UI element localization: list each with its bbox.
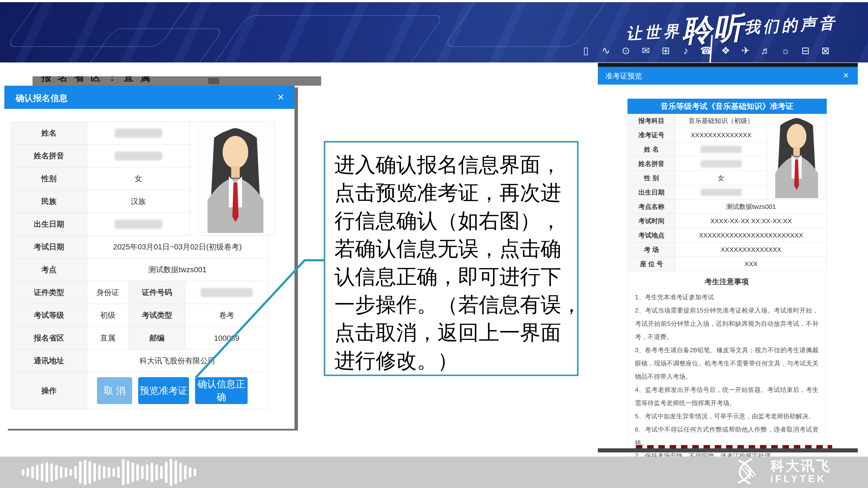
waveform-bar (27, 468, 29, 477)
waveform-bar (155, 464, 158, 480)
applicant-photo (767, 114, 827, 200)
table-row: 考试等级初级考试类型卷考 (11, 304, 268, 327)
background-dialog-fragment: 报名省区：直属 (33, 76, 321, 86)
table-row: 考试地点XXXXXXXXXXXXXXXXXXXXXXXX (627, 228, 827, 243)
chat-icon: ❖ (720, 45, 731, 56)
brand-name-cn: 科大讯飞 (770, 459, 831, 473)
table-row: 考试时间XXXX-XX-XX XX:XX-XX:XX (627, 214, 827, 228)
row-label: 姓名拼音 (11, 145, 87, 167)
notice-item: 5、考试中如发生异常情况，可举手示意，由监考老师协助解决。 (635, 410, 818, 423)
row-label: 证件类型 (11, 281, 87, 304)
waveform-bar (89, 461, 91, 484)
brand-name-en: iFLYTEK (770, 474, 831, 484)
instruction-line: 行信息确认（如右图）， (334, 207, 570, 235)
waveform-bar (131, 462, 134, 482)
modal-title: 确认报名信息 (16, 92, 68, 104)
row-label: 考试时间 (627, 214, 676, 228)
applicant-photo (196, 122, 275, 236)
ticket-header: 音乐等级考试《音乐基础知识》准考证 (627, 99, 827, 114)
waveform-bar (93, 463, 96, 482)
row-value (87, 213, 190, 236)
clipped-red-text (636, 445, 832, 448)
row-value: 身份证 (87, 281, 129, 304)
row-value: 汉族 (87, 190, 190, 213)
waveform-bar (107, 467, 110, 478)
instruction-line: 一步操作。（若信息有误， (334, 291, 570, 319)
waveform-bar (141, 466, 144, 479)
redacted-value (115, 129, 162, 138)
preview-ticket-button[interactable]: 预览准考证 (138, 377, 189, 404)
confirm-registration-modal: 确认报名信息 × 姓名姓名拼音性别女民族汉族出生日期考试日期2025年03月01… (4, 86, 294, 429)
redacted-value (115, 220, 162, 229)
notice-item: 2、考试当场需要提前15分钟凭准考证检录入场。考试准时开始，考试开始前5分钟禁止… (635, 304, 818, 344)
row-label: 座 位 号 (627, 257, 676, 271)
row-label: 准考证号 (627, 128, 676, 142)
table-row: 报名省区直属邮编100089 (11, 327, 268, 350)
row-label: 民族 (11, 190, 87, 213)
row-value (676, 186, 767, 200)
instruction-line: 点击预览准考证，再次进 (334, 179, 570, 207)
cancel-button[interactable]: 取 消 (97, 377, 132, 404)
row-value: XXXXXXXXXXXXXX (676, 128, 767, 142)
music-note-icon: ♪ (680, 45, 691, 56)
table-row: 考点测试数据twzs001 (11, 259, 268, 281)
page: 让世界聆听我们的声音 ▯∿⊙✉⊞♪☎❖✈♬☼⊟⊠ 报名省区：直属 确认报名信息 … (0, 0, 868, 488)
redacted-value (201, 288, 253, 297)
row-label: 考试日期 (11, 236, 87, 259)
row-value: 直属 (87, 327, 129, 350)
waveform-bar (74, 466, 77, 479)
redacted-value (115, 152, 162, 161)
row-label: 姓名 (11, 122, 87, 145)
microphone-icon: ♬ (760, 45, 771, 56)
row-value: 初级 (87, 304, 129, 327)
tv-icon: ⊞ (660, 45, 672, 56)
footer: 科大讯飞 iFLYTEK (0, 457, 868, 488)
row-label: 通讯地址 (11, 350, 87, 372)
table-row: 座 位 号XXX (627, 257, 827, 271)
voice-waveform-logo (22, 457, 196, 488)
table-row: 考试日期2025年03月01日~03月02日(初级卷考) (11, 236, 268, 259)
waveform-bar (127, 461, 129, 484)
waveform-bar (165, 461, 167, 483)
row-value: XXXXXXXXXXXXXX (676, 243, 827, 257)
waveform-bar (136, 464, 139, 481)
row-label: 考 场 (627, 243, 676, 257)
waveform-bar (113, 468, 115, 477)
row-value: XXXX-XX-XX XX:XX-XX:XX (676, 214, 827, 228)
registration-table: 姓名姓名拼音性别女民族汉族出生日期考试日期2025年03月01日~03月02日(… (11, 122, 268, 409)
row-value: 科大讯飞股份有限公司 (87, 350, 268, 372)
row-label: 报考科目 (627, 114, 676, 128)
confirm-info-button[interactable]: 确认信息正确 (195, 377, 248, 404)
panel-title: 准考证预览 (605, 71, 642, 81)
table-row: 考 场XXXXXXXXXXXXXX (627, 243, 827, 257)
row-label: 考试地点 (627, 228, 676, 243)
mail-icon: ✉ (640, 45, 651, 56)
waveform-bar (193, 468, 196, 476)
waveform-bar (189, 467, 191, 478)
row-value: 100089 (186, 327, 268, 350)
table-row: 证件类型身份证证件号码 (11, 281, 268, 304)
slogan-suffix: 我们的声音 (744, 13, 838, 37)
redacted-value (701, 146, 742, 153)
waveform-bar (160, 466, 163, 479)
row-value: 女 (676, 171, 767, 186)
close-icon[interactable]: × (278, 91, 284, 103)
modal-titlebar: 确认报名信息 × (4, 86, 294, 109)
row-label: 出生日期 (627, 186, 676, 200)
row-label: 性别 (11, 167, 87, 190)
phone-icon: ▯ (580, 45, 592, 56)
waveform-bar (69, 469, 72, 476)
instruction-line: 认信息正确，即可进行下 (334, 263, 570, 291)
redacted-value (701, 189, 742, 196)
table-row: 考点名称测试数据twzs001 (627, 200, 827, 214)
waveform-bar (84, 460, 86, 485)
panel-bottom-bar (598, 448, 858, 452)
waveform-bar (31, 466, 34, 479)
row-value (676, 157, 767, 171)
close-icon[interactable]: × (843, 70, 849, 81)
row-label: 考点名称 (627, 200, 676, 214)
waveform-bar (50, 463, 53, 482)
row-value (676, 142, 767, 157)
row-value: 卷考 (186, 304, 268, 327)
instruction-line: 进入确认报名信息界面， (334, 151, 570, 179)
